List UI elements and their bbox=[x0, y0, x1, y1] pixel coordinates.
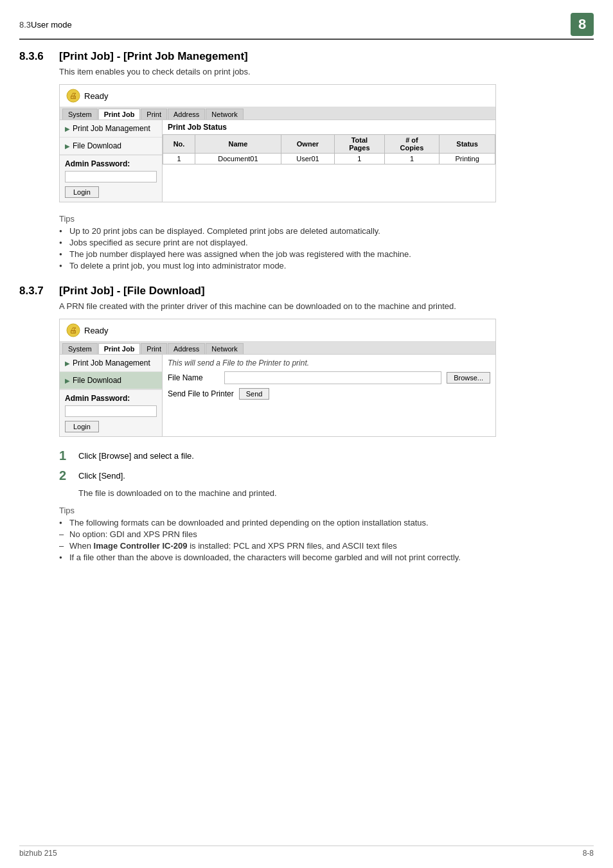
sidebar-label-printjob-2: Print Job Management bbox=[73, 359, 150, 368]
step-2-sub: The file is downloaded on to the machine… bbox=[78, 488, 594, 498]
step-1-text: Click [Browse] and select a file. bbox=[78, 448, 194, 461]
tip-2-item-1: The following formats can be downloaded … bbox=[59, 518, 594, 527]
tips-1-list: Up to 20 print jobs can be displayed. Co… bbox=[59, 226, 594, 270]
cell-owner: User01 bbox=[281, 154, 334, 164]
footer-product: bizhub 215 bbox=[19, 849, 57, 858]
tips-1-title: Tips bbox=[59, 214, 594, 224]
section-837-heading: 8.3.7 [Print Job] - [File Download] bbox=[19, 285, 594, 297]
page-footer: bizhub 215 8-8 bbox=[19, 846, 594, 858]
section-836-desc: This item enables you to check details o… bbox=[59, 67, 594, 76]
printer-header-1: 🖨 Ready bbox=[60, 85, 495, 107]
nav-tab-address-2[interactable]: Address bbox=[168, 343, 205, 354]
printer-nav-2[interactable]: System Print Job Print Address Network bbox=[60, 342, 495, 355]
sidebar-item-printjob-2[interactable]: ▶ Print Job Management bbox=[60, 355, 162, 372]
sidebar-item-filedownload-1[interactable]: ▶ File Download bbox=[60, 137, 162, 155]
nav-tab-printjob-2[interactable]: Print Job bbox=[98, 343, 141, 354]
arrow-icon-4: ▶ bbox=[65, 377, 70, 384]
print-job-status-label: Print Job Status bbox=[163, 120, 495, 134]
send-file-label: Send File to Printer bbox=[168, 389, 234, 398]
step-1: 1 Click [Browse] and select a file. bbox=[59, 448, 594, 463]
tips-2: Tips The following formats can be downlo… bbox=[19, 506, 594, 562]
admin-section-1: Admin Password: Login bbox=[60, 155, 162, 202]
printer-body-2: ▶ Print Job Management ▶ File Download A… bbox=[60, 355, 495, 436]
cell-copies: 1 bbox=[384, 154, 440, 164]
nav-tab-network-1[interactable]: Network bbox=[206, 109, 243, 120]
printer-header-2: 🖨 Ready bbox=[60, 319, 495, 342]
printer-sidebar-1: ▶ Print Job Management ▶ File Download A… bbox=[60, 120, 163, 202]
section-837-desc: A PRN file created with the printer driv… bbox=[59, 301, 594, 311]
tip-1-item-1: Up to 20 print jobs can be displayed. Co… bbox=[59, 226, 594, 236]
section-836-title: [Print Job] - [Print Job Manegement] bbox=[59, 50, 248, 63]
step-2-text: Click [Send]. bbox=[78, 468, 125, 481]
sidebar-label-filedownload-1: File Download bbox=[73, 141, 121, 150]
section-837-title: [Print Job] - [File Download] bbox=[59, 285, 205, 297]
col-copies: # ofCopies bbox=[384, 135, 440, 154]
table-row: 1 Document01 User01 1 1 Printing bbox=[163, 154, 495, 164]
file-name-input[interactable] bbox=[224, 371, 441, 384]
admin-label-1: Admin Password: bbox=[65, 159, 157, 168]
section-837-num: 8.3.7 bbox=[19, 285, 51, 297]
header-section-label: User mode bbox=[31, 20, 72, 30]
sidebar-item-printjob-1[interactable]: ▶ Print Job Management bbox=[60, 120, 162, 137]
tips-2-title: Tips bbox=[59, 506, 594, 515]
nav-tab-network-2[interactable]: Network bbox=[206, 343, 243, 354]
tip-1-item-4: To delete a print job, you must log into… bbox=[59, 261, 594, 270]
col-status: Status bbox=[440, 135, 495, 154]
header-section: 8.3 bbox=[19, 20, 31, 30]
send-button[interactable]: Send bbox=[239, 388, 270, 400]
send-file-row: Send File to Printer Send bbox=[168, 388, 490, 400]
sidebar-label-filedownload-2: File Download bbox=[73, 376, 121, 385]
browse-button[interactable]: Browse... bbox=[447, 372, 490, 384]
col-name: Name bbox=[195, 135, 281, 154]
section-836-num: 8.3.6 bbox=[19, 50, 51, 63]
printer-body-1: ▶ Print Job Management ▶ File Download A… bbox=[60, 120, 495, 202]
tip-2-item-3: When Image Controller IC-209 is installe… bbox=[59, 541, 594, 551]
svg-text:🖨: 🖨 bbox=[69, 326, 77, 335]
printer-sidebar-2: ▶ Print Job Management ▶ File Download A… bbox=[60, 355, 163, 436]
print-job-table: No. Name Owner TotalPages # ofCopies Sta… bbox=[163, 134, 495, 164]
printer-logo-icon-2: 🖨 bbox=[66, 323, 80, 337]
cell-status: Printing bbox=[440, 154, 495, 164]
tip-1-item-2: Jobs specified as secure print are not d… bbox=[59, 238, 594, 247]
arrow-icon-2: ▶ bbox=[65, 143, 70, 150]
printer-status-2: Ready bbox=[84, 326, 109, 335]
nav-tab-print-2[interactable]: Print bbox=[141, 343, 167, 354]
printer-content-1: Print Job Status No. Name Owner TotalPag… bbox=[163, 120, 495, 202]
step-1-num: 1 bbox=[59, 448, 72, 463]
step-2-num: 2 bbox=[59, 468, 72, 483]
nav-tab-system-1[interactable]: System bbox=[62, 109, 98, 120]
tips-1: Tips Up to 20 print jobs can be displaye… bbox=[19, 214, 594, 270]
nav-tab-system-2[interactable]: System bbox=[62, 343, 98, 354]
col-total-pages: TotalPages bbox=[335, 135, 385, 154]
col-owner: Owner bbox=[281, 135, 334, 154]
file-download-note: This will send a File to the Printer to … bbox=[168, 359, 490, 368]
arrow-icon-1: ▶ bbox=[65, 125, 70, 132]
nav-tab-address-1[interactable]: Address bbox=[168, 109, 205, 120]
login-button-1[interactable]: Login bbox=[65, 186, 99, 198]
tip-2-item-4: If a file other than the above is downlo… bbox=[59, 553, 594, 562]
tips-2-list: The following formats can be downloaded … bbox=[59, 518, 594, 562]
arrow-icon-3: ▶ bbox=[65, 360, 70, 367]
nav-tab-printjob-1[interactable]: Print Job bbox=[98, 109, 141, 120]
col-no: No. bbox=[163, 135, 195, 154]
footer-page: 8-8 bbox=[583, 849, 594, 858]
sidebar-item-filedownload-2[interactable]: ▶ File Download bbox=[60, 372, 162, 389]
login-button-2[interactable]: Login bbox=[65, 421, 99, 432]
printer-nav-1[interactable]: System Print Job Print Address Network bbox=[60, 107, 495, 120]
printer-status-1: Ready bbox=[84, 91, 109, 101]
chapter-badge: 8 bbox=[571, 13, 594, 36]
cell-no: 1 bbox=[163, 154, 195, 164]
file-download-content: This will send a File to the Printer to … bbox=[163, 355, 495, 407]
steps-section: 1 Click [Browse] and select a file. 2 Cl… bbox=[59, 448, 594, 498]
ic-bold: Image Controller IC-209 bbox=[94, 541, 188, 551]
nav-tab-print-1[interactable]: Print bbox=[141, 109, 167, 120]
section-836-heading: 8.3.6 [Print Job] - [Print Job Manegemen… bbox=[19, 50, 594, 63]
printer-ui-1: 🖨 Ready System Print Job Print Address N… bbox=[59, 84, 496, 202]
printer-content-2: This will send a File to the Printer to … bbox=[163, 355, 495, 436]
printer-logo-icon: 🖨 bbox=[66, 89, 80, 103]
tip-2-item-2: No option: GDI and XPS PRN files bbox=[59, 529, 594, 539]
admin-label-2: Admin Password: bbox=[65, 394, 157, 403]
step-2: 2 Click [Send]. bbox=[59, 468, 594, 483]
admin-section-2: Admin Password: Login bbox=[60, 389, 162, 436]
file-name-row: File Name Browse... bbox=[168, 371, 490, 384]
